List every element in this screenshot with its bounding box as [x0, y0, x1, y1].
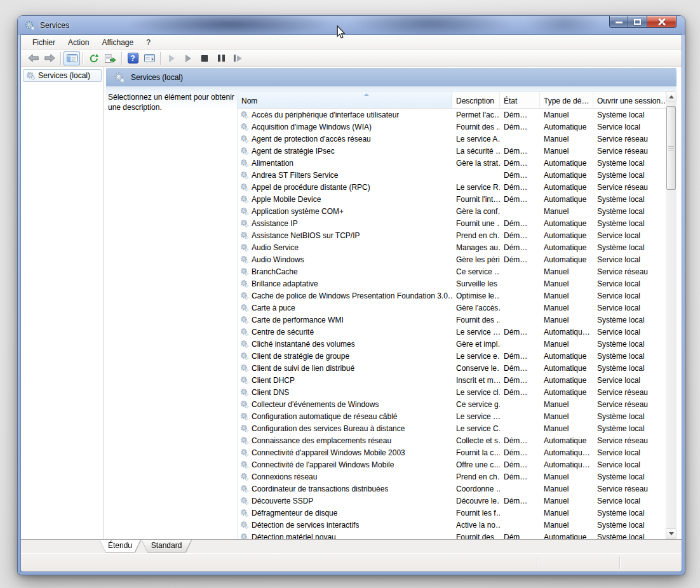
- maximize-button[interactable]: [628, 16, 647, 28]
- table-row[interactable]: Apple Mobile DeviceFournit l'int…Dém…Aut…: [238, 193, 666, 205]
- table-row[interactable]: Acquisition d'image Windows (WIA)Fournit…: [238, 121, 666, 133]
- table-row[interactable]: AlimentationGère la strat…Dém…Automatiqu…: [238, 157, 666, 169]
- table-row[interactable]: Agent de protection d'accès réseauLe ser…: [238, 133, 666, 145]
- service-name-cell: Application système COM+: [238, 207, 452, 216]
- table-row[interactable]: Client DHCPInscrit et m…Dém…AutomatiqueS…: [238, 374, 666, 386]
- back-button[interactable]: [25, 51, 41, 65]
- service-name-cell: Connectivité d'appareil Windows Mobile 2…: [238, 448, 452, 457]
- service-startup-type-cell: Automatique: [540, 364, 593, 373]
- tree-item-services-local[interactable]: Services (local): [23, 69, 102, 82]
- table-row[interactable]: Détection matériel noyauFournit desDémAu…: [238, 531, 666, 539]
- service-name-cell: Connexions réseau: [238, 472, 452, 481]
- service-startup-type-cell: Automatiqu…: [540, 460, 593, 469]
- table-row[interactable]: Cliché instantané des volumesGère et imp…: [238, 338, 666, 350]
- gear-icon: [240, 533, 248, 539]
- table-row[interactable]: Appel de procédure distante (RPC)Le serv…: [238, 181, 666, 193]
- table-row[interactable]: Assistance IPFournit une …Dém…Automatiqu…: [238, 217, 666, 229]
- service-logon-cell: Service local: [593, 497, 666, 505]
- column-header-ouvrir-session[interactable]: Ouvrir une session…: [593, 92, 666, 108]
- tab-etendu[interactable]: Étendu: [100, 540, 140, 552]
- column-header-etat[interactable]: État: [500, 92, 540, 108]
- table-row[interactable]: Assistance NetBIOS sur TCP/IPPrend en ch…: [238, 229, 666, 241]
- table-row[interactable]: Client de stratégie de groupeLe service …: [238, 350, 666, 362]
- service-logon-cell: Service réseau: [593, 436, 666, 445]
- scrollbar-thumb[interactable]: [666, 106, 676, 190]
- column-header-description[interactable]: Description: [452, 92, 500, 108]
- refresh-button[interactable]: [86, 51, 102, 65]
- menu-fichier[interactable]: Fichier: [26, 36, 62, 50]
- scroll-up-button[interactable]: [666, 91, 676, 102]
- table-row[interactable]: Audio ServiceManages au…Dém…AutomatiqueS…: [238, 241, 666, 253]
- table-row[interactable]: Carte de performance WMIFournit des …Man…: [238, 314, 666, 326]
- menu-help[interactable]: ?: [140, 36, 157, 50]
- forward-button[interactable]: [41, 51, 58, 65]
- service-logon-cell: Système local: [593, 171, 666, 180]
- titlebar[interactable]: Services: [18, 16, 685, 35]
- table-row[interactable]: Andrea ST Filters ServiceDém…Automatique…: [238, 169, 666, 181]
- table-row[interactable]: BranchCacheCe service …ManuelService rés…: [238, 265, 666, 277]
- gear-icon: [240, 352, 248, 360]
- table-row[interactable]: Connaissance des emplacements réseauColl…: [238, 434, 666, 446]
- service-description-cell: Ce service …: [452, 267, 500, 276]
- table-row[interactable]: Détection de services interactifsActive …: [238, 519, 666, 531]
- table-row[interactable]: Configuration des services Bureau à dist…: [238, 422, 666, 434]
- stop-service-button[interactable]: [196, 51, 213, 65]
- export-list-button[interactable]: [102, 51, 119, 65]
- service-name-cell: Accès du périphérique d'interface utilis…: [238, 110, 452, 119]
- service-name-cell: BranchCache: [238, 267, 452, 276]
- service-logon-cell: Service local: [593, 460, 666, 469]
- table-row[interactable]: Configuration automatique de réseau câbl…: [238, 410, 666, 422]
- table-row[interactable]: Centre de sécuritéLe service …Dém…Automa…: [238, 326, 666, 338]
- table-row[interactable]: Application système COM+Gère la conf…Man…: [238, 205, 666, 217]
- table-row[interactable]: Audio WindowsGère les péri…Dém…Automatiq…: [238, 253, 666, 265]
- table-row[interactable]: Connectivité de l'appareil Windows Mobil…: [238, 458, 666, 471]
- table-row[interactable]: Brillance adaptativeSurveille les …Manue…: [238, 277, 666, 290]
- table-row[interactable]: Client DNSLe service cl…Dém…AutomatiqueS…: [238, 386, 666, 398]
- service-startup-type-cell: Automatique: [540, 436, 593, 445]
- table-row[interactable]: Collecteur d'événements de WindowsCe ser…: [238, 398, 666, 410]
- scrollbar-grip-icon: [668, 146, 674, 150]
- gear-icon: [240, 110, 248, 119]
- table-row[interactable]: Cache de police de Windows Presentation …: [238, 290, 666, 302]
- restart-service-button[interactable]: [229, 51, 246, 65]
- services-list: Nom Description État Type de dé… Ouvrir …: [237, 91, 666, 539]
- service-name-cell: Carte à puce: [238, 304, 452, 312]
- help-button[interactable]: ?: [125, 51, 141, 65]
- table-row[interactable]: Coordinateur de transactions distribuées…: [238, 483, 666, 495]
- menu-action[interactable]: Action: [62, 36, 95, 50]
- table-row[interactable]: Connectivité d'appareil Windows Mobile 2…: [238, 446, 666, 458]
- service-logon-cell: Service réseau: [593, 135, 666, 144]
- scroll-down-button[interactable]: [666, 528, 676, 539]
- service-name-cell: Cliché instantané des volumes: [238, 340, 452, 349]
- pause-service-button[interactable]: [213, 51, 229, 65]
- play-icon: [185, 55, 191, 62]
- window-controls: [609, 16, 676, 28]
- close-button[interactable]: [647, 16, 676, 28]
- show-console-tree-button[interactable]: [64, 51, 80, 65]
- gear-icon: [240, 460, 248, 469]
- service-logon-cell: Service local: [593, 376, 666, 385]
- start-service-button[interactable]: [163, 51, 180, 65]
- statusbar: [21, 553, 682, 571]
- service-startup-type-cell: Manuel: [540, 279, 593, 288]
- table-row[interactable]: Accès du périphérique d'interface utilis…: [238, 109, 666, 121]
- table-row[interactable]: Client de suivi de lien distribuéConserv…: [238, 362, 666, 374]
- menu-affichage[interactable]: Affichage: [95, 36, 140, 50]
- restart-icon: [234, 55, 242, 62]
- vertical-scrollbar[interactable]: [666, 91, 676, 539]
- show-action-pane-button[interactable]: [141, 51, 158, 65]
- table-row[interactable]: Découverte SSDPDécouvre le…Dém…ManuelSer…: [238, 495, 666, 507]
- scrollbar-track[interactable]: [666, 102, 676, 528]
- table-row[interactable]: Connexions réseauPrend en ch…Dém…ManuelS…: [238, 471, 666, 483]
- column-header-nom[interactable]: Nom: [238, 92, 452, 108]
- minimize-button[interactable]: [609, 16, 628, 28]
- gear-icon: [240, 135, 248, 143]
- service-startup-type-cell: Automatique: [540, 255, 593, 264]
- column-header-type-demarrage[interactable]: Type de dé…: [540, 92, 593, 108]
- tab-standard[interactable]: Standard: [142, 540, 191, 552]
- table-row[interactable]: Carte à puceGère l'accès…ManuelService l…: [238, 302, 666, 314]
- table-row[interactable]: Agent de stratégie IPsecLa sécurité …Dém…: [238, 145, 666, 157]
- table-row[interactable]: Défragmenteur de disqueFournit les f…Man…: [238, 507, 666, 519]
- service-name-cell: Brillance adaptative: [238, 279, 452, 288]
- resume-service-button[interactable]: [180, 51, 196, 65]
